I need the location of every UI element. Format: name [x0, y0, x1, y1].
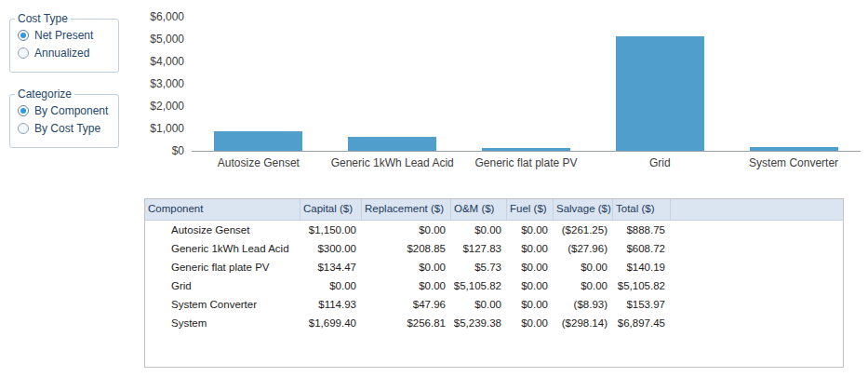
cost-bar-chart: $0$1,000$2,000$3,000$4,000$5,000$6,000 A… — [149, 9, 861, 182]
table-cell: $0.00 — [362, 258, 451, 276]
category-label: Autosize Genset — [192, 156, 326, 169]
table-header: ComponentCapital ($)Replacement ($)O&M (… — [145, 199, 843, 221]
column-header-filler — [671, 199, 843, 220]
column-header-total[interactable]: Total ($) — [613, 199, 671, 220]
categorize-options: By ComponentBy Cost Type — [16, 101, 116, 136]
table-cell: $5,105.82 — [451, 276, 507, 295]
table-cell: $114.93 — [300, 295, 362, 314]
bar-autosize-genset — [214, 131, 302, 151]
table-cell-filler — [671, 276, 843, 295]
bar-slot — [460, 17, 594, 151]
column-header-salvage[interactable]: Salvage ($) — [554, 199, 613, 220]
radio-dot — [20, 33, 26, 38]
y-tick-label: $3,000 — [150, 77, 184, 90]
radio-circle[interactable] — [18, 30, 29, 41]
table-cell: $47.96 — [362, 295, 451, 314]
table-cell: $153.97 — [613, 295, 671, 314]
table-cell: ($8.93) — [554, 295, 613, 314]
table-cell: ($27.96) — [554, 239, 613, 258]
column-header-capital[interactable]: Capital ($) — [300, 199, 362, 220]
table-cell: $140.19 — [613, 258, 671, 276]
radio-circle[interactable] — [18, 47, 29, 59]
table-row-system[interactable]: System$1,699.40$256.81$5,239.38$0.00($29… — [145, 314, 843, 332]
table-cell: System — [145, 314, 300, 332]
category-label: System Converter — [727, 156, 861, 169]
table-cell: $127.83 — [451, 239, 507, 258]
category-label: Generic flat plate PV — [460, 156, 594, 169]
y-tick-label: $5,000 — [150, 33, 184, 46]
y-tick-label: $4,000 — [150, 55, 184, 68]
table-cell: System Converter — [145, 295, 300, 314]
bar-slot — [727, 17, 861, 151]
y-tick-label: $1,000 — [150, 122, 184, 135]
table-body: Autosize Genset$1,150.00$0.00$0.00$0.00(… — [145, 221, 843, 332]
table-cell: Generic flat plate PV — [145, 258, 300, 276]
table-cell: $1,699.40 — [300, 314, 362, 332]
table-cell: $0.00 — [507, 258, 554, 276]
table-cell: $0.00 — [300, 276, 362, 295]
radio-label: By Cost Type — [34, 122, 100, 135]
radio-annualized[interactable]: Annualized — [18, 46, 116, 61]
column-header-o-m[interactable]: O&M ($) — [451, 199, 507, 220]
table-cell-filler — [671, 258, 843, 276]
table-cell: Generic 1kWh Lead Acid — [145, 239, 300, 258]
table-cell: $5,105.82 — [613, 276, 671, 295]
table-row-system-converter[interactable]: System Converter$114.93$47.96$0.00$0.00(… — [145, 295, 843, 314]
table-cell: $0.00 — [362, 276, 451, 295]
bar-generic-flat-plate-pv — [482, 148, 570, 151]
table-cell: $608.72 — [613, 239, 671, 258]
column-header-fuel[interactable]: Fuel ($) — [507, 199, 554, 220]
table-cell: $0.00 — [507, 239, 554, 258]
table-cell: $0.00 — [507, 221, 554, 239]
table-cell: Grid — [145, 276, 300, 295]
radio-circle[interactable] — [18, 123, 29, 134]
radio-circle[interactable] — [18, 105, 29, 116]
table-cell: $0.00 — [451, 221, 507, 239]
table-cell: $208.85 — [362, 239, 451, 258]
category-label: Grid — [593, 156, 727, 169]
cost-summary-panel: Cost Type Net PresentAnnualized Categori… — [0, 0, 868, 377]
table-row-grid[interactable]: Grid$0.00$0.00$5,105.82$0.00$0.00$5,105.… — [145, 276, 843, 295]
categorize-groupbox-title: Categorize — [15, 88, 74, 101]
table-cell: $1,150.00 — [300, 221, 362, 239]
plot-area — [192, 17, 861, 152]
column-header-component[interactable]: Component — [145, 199, 300, 220]
bar-slot — [192, 17, 326, 151]
cost-table: ComponentCapital ($)Replacement ($)O&M (… — [144, 198, 844, 368]
y-axis: $0$1,000$2,000$3,000$4,000$5,000$6,000 — [149, 17, 186, 151]
table-cell: $256.81 — [362, 314, 451, 332]
table-cell-filler — [671, 295, 843, 314]
table-cell-filler — [671, 239, 843, 258]
table-cell-filler — [671, 314, 843, 332]
table-row-generic-flat-plate-pv[interactable]: Generic flat plate PV$134.47$0.00$5.73$0… — [145, 258, 843, 276]
radio-dot — [20, 108, 26, 114]
table-row-autosize-genset[interactable]: Autosize Genset$1,150.00$0.00$0.00$0.00(… — [145, 221, 843, 239]
table-cell: ($298.14) — [554, 314, 613, 332]
table-cell: Autosize Genset — [145, 221, 300, 239]
table-row-generic-1kwh-lead-acid[interactable]: Generic 1kWh Lead Acid$300.00$208.85$127… — [145, 239, 843, 258]
column-header-replacement[interactable]: Replacement ($) — [362, 199, 451, 220]
radio-label: By Component — [34, 104, 108, 117]
table-cell: $5.73 — [451, 258, 507, 276]
bar-slot — [593, 17, 727, 151]
radio-label: Annualized — [34, 47, 89, 60]
radio-by-cost-type[interactable]: By Cost Type — [18, 121, 116, 136]
y-tick-label: $0 — [172, 144, 184, 157]
radio-by-component[interactable]: By Component — [18, 103, 116, 118]
table-cell: $0.00 — [554, 276, 613, 295]
bar-grid — [616, 36, 704, 151]
table-cell: $134.47 — [300, 258, 362, 276]
table-cell: $0.00 — [451, 295, 507, 314]
table-cell: $6,897.45 — [613, 314, 671, 332]
bar-slot — [326, 17, 460, 151]
radio-label: Net Present — [34, 29, 93, 42]
cost-type-groupbox-title: Cost Type — [15, 12, 71, 25]
radio-net-present[interactable]: Net Present — [18, 28, 116, 43]
table-cell: ($261.25) — [554, 221, 613, 239]
category-label: Generic 1kWh Lead Acid — [326, 156, 460, 169]
cost-type-options: Net PresentAnnualized — [16, 25, 116, 61]
bar-system-converter — [750, 147, 838, 151]
cost-type-groupbox: Cost Type Net PresentAnnualized — [9, 19, 119, 73]
table-cell-filler — [671, 221, 843, 239]
table-cell: $5,239.38 — [451, 314, 507, 332]
